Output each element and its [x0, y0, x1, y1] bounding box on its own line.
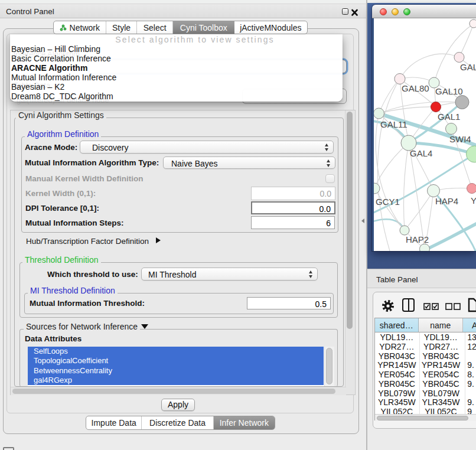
which-threshold-combobox[interactable]: MI Threshold [141, 268, 318, 281]
node-label: HAP2 [406, 234, 429, 244]
data-attributes-list[interactable]: SelfLoopsTopologicalCoefficientBetweenne… [28, 347, 334, 386]
network-canvas[interactable]: GAL2GAL80GAL10GAL1GAL11SWI4GAL4HAP4YGCY1… [374, 18, 476, 251]
mi-threshold-field[interactable]: 0.5 [247, 297, 331, 309]
table-hscrollbar[interactable] [375, 414, 476, 421]
table-row[interactable]: YIL052CYIL052C9 [375, 407, 476, 414]
popup-item[interactable]: Mutual Information Inference [11, 73, 340, 82]
popup-item[interactable]: Dream8 DC_TDC Algorithm [11, 92, 340, 101]
network-edge[interactable] [374, 143, 409, 188]
network-edge[interactable] [409, 143, 425, 249]
tab-impute-data[interactable]: Impute Data [86, 416, 142, 429]
tab-select[interactable]: Select [137, 21, 173, 34]
split-pane-arrow-icon[interactable] [361, 219, 364, 223]
aracne-mode-label: Aracne Mode: [25, 142, 77, 152]
tab-network-label: Network [70, 23, 100, 32]
table-row[interactable]: YER054CYER054C8. [375, 370, 476, 379]
network-node[interactable] [455, 96, 469, 109]
attributes-scrollbar-thumb[interactable] [326, 348, 332, 384]
network-node[interactable] [431, 102, 441, 112]
zoom-traffic-light-icon[interactable] [403, 8, 410, 15]
checked-pair-icon[interactable] [423, 302, 439, 312]
control-panel-tabs: Network Style Select Cyni Toolbox jActiv… [53, 21, 308, 34]
tab-jactivemnodules[interactable]: jActiveMNodules [234, 21, 307, 34]
attribute-item[interactable]: gal4RGexp [28, 376, 324, 385]
table-cell: YBL079W [419, 389, 464, 398]
table-hscrollbar-thumb[interactable] [377, 416, 468, 420]
split-columns-icon[interactable] [402, 298, 415, 312]
float-window-icon[interactable] [342, 8, 348, 15]
table-row[interactable]: YPR145WYPR145W9. [375, 360, 476, 370]
table-row[interactable]: YBR043CYBR043C [375, 351, 476, 361]
tab-discretize-data[interactable]: Discretize Data [142, 416, 213, 429]
network-node[interactable] [395, 74, 405, 84]
close-traffic-light-icon[interactable] [380, 8, 387, 15]
dpi-tolerance-field[interactable]: 0.0 [251, 201, 335, 214]
collapse-down-icon[interactable] [141, 324, 148, 329]
table-cell: YLR345W [375, 398, 419, 407]
network-node[interactable] [420, 244, 430, 251]
kernel-width-label: Kernel Width (0,1): [25, 188, 96, 198]
table-row[interactable]: YBL079WYBL079W [375, 389, 476, 398]
settings-hscrollbar-thumb[interactable] [12, 389, 335, 394]
popup-item[interactable]: Bayesian – Hill Climbing [11, 44, 340, 54]
column-header[interactable]: name [419, 318, 463, 332]
hub-definition-label[interactable]: Hub/Transcription Factor Definition [26, 236, 149, 246]
network-edge[interactable] [377, 79, 400, 252]
popup-item[interactable]: Bayesian – K2 [11, 82, 340, 92]
node-label: GCY1 [376, 197, 400, 207]
network-node[interactable] [374, 183, 380, 194]
network-node[interactable] [446, 123, 457, 135]
table-row[interactable]: YBR045CYBR045C9. [375, 379, 476, 389]
popup-item[interactable]: ARACNE Algorithm [11, 63, 340, 73]
attribute-item[interactable]: BetweennessCentrality [28, 366, 324, 376]
mi-type-combobox[interactable]: Naive Bayes [163, 156, 335, 169]
network-node[interactable] [467, 146, 476, 162]
table-row[interactable]: YDL19…YDL19…13 [375, 332, 476, 342]
tab-infer-network[interactable]: Infer Network [214, 416, 275, 429]
network-edge[interactable] [459, 24, 474, 57]
node-label: GAL80 [402, 83, 429, 93]
network-view-window[interactable]: GAL2GAL80GAL10GAL1GAL11SWI4GAL4HAP4YGCY1… [372, 5, 476, 251]
grid-line [419, 332, 420, 414]
minimize-traffic-light-icon[interactable] [392, 8, 399, 15]
tab-style[interactable]: Style [106, 21, 138, 34]
apply-button[interactable]: Apply [161, 399, 195, 411]
aracne-mode-combobox[interactable]: Discovery [80, 141, 334, 154]
network-node[interactable] [467, 184, 476, 194]
cytoscape-app: Control Panel Network Style Select Cyni … [0, 0, 476, 450]
network-edge[interactable] [400, 54, 459, 79]
node-table: shared…nameA YDL19…YDL19…13YDR27…YDR27…1… [374, 318, 476, 420]
table-body: YDL19…YDL19…13YDR27…YDR27…12YBR043CYBR04… [375, 332, 476, 414]
mi-steps-field[interactable]: 6 [251, 216, 335, 229]
network-window-titlebar[interactable] [372, 5, 476, 18]
settings-vscrollbar-thumb[interactable] [347, 112, 353, 329]
network-node[interactable] [454, 53, 464, 63]
manual-kernel-checkbox[interactable] [325, 174, 335, 183]
document-icon[interactable] [468, 298, 476, 315]
network-node[interactable] [400, 226, 409, 235]
table-row[interactable]: YLR345WYLR345W9. [375, 398, 476, 407]
column-header[interactable]: A [463, 318, 476, 332]
tab-network[interactable]: Network [54, 21, 106, 34]
gear-icon[interactable] [381, 299, 395, 315]
network-node[interactable] [470, 19, 476, 28]
tab-cyni-toolbox[interactable]: Cyni Toolbox [173, 21, 234, 34]
expand-right-icon[interactable] [156, 237, 161, 243]
kernel-width-field[interactable]: 0.0 [251, 187, 335, 200]
table-row[interactable]: YDR27…YDR27…12 [375, 342, 476, 351]
bottom-corner-button[interactable] [3, 447, 14, 450]
network-edge[interactable] [404, 143, 409, 230]
attribute-item[interactable]: TopologicalCoefficient [28, 356, 324, 366]
control-panel-titlebar[interactable] [0, 4, 366, 18]
network-icon [60, 24, 67, 31]
table-cell: YBR043C [419, 351, 464, 361]
network-node[interactable] [428, 185, 440, 197]
network-node[interactable] [374, 108, 384, 119]
mi-type-label: Mutual Information Algorithm Type: [25, 158, 159, 168]
column-header[interactable]: shared… [375, 318, 419, 332]
close-icon[interactable] [351, 8, 358, 15]
network-edge[interactable] [434, 24, 474, 83]
popup-item[interactable]: Basic Correlation Inference [11, 54, 340, 63]
unchecked-pair-icon[interactable] [445, 302, 461, 312]
attribute-item[interactable]: SelfLoops [28, 347, 324, 356]
